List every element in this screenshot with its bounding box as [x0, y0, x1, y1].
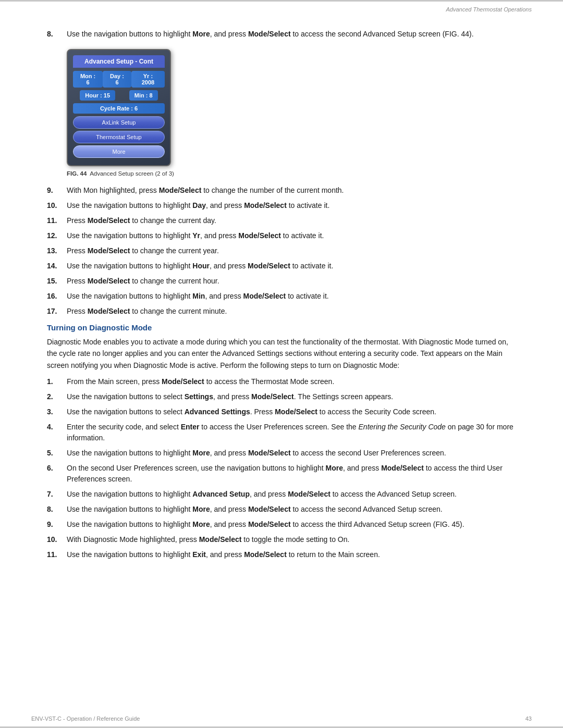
- sub-step-item: 8. Use the navigation buttons to highlig…: [47, 504, 516, 515]
- sub-step-item: 5. Use the navigation buttons to highlig…: [47, 448, 516, 459]
- step-text: Use the navigation buttons to highlight …: [67, 200, 516, 211]
- section-heading: Turning on Diagnostic Mode: [47, 323, 516, 332]
- step-item: 17. Press Mode/Select to change the curr…: [47, 306, 516, 317]
- sub-step-item: 2. Use the navigation buttons to select …: [47, 391, 516, 402]
- footer-right: 43: [525, 715, 532, 722]
- sub-step-text: Use the navigation buttons to select Set…: [67, 391, 516, 402]
- step-item: 16. Use the navigation buttons to highli…: [47, 291, 516, 302]
- sub-step-number: 7.: [47, 489, 67, 500]
- step-number: 12.: [47, 230, 67, 241]
- step-number: 9.: [47, 185, 67, 196]
- sub-step-item: 9. Use the navigation buttons to highlig…: [47, 519, 516, 530]
- page-content: 8. Use the navigation buttons to highlig…: [0, 0, 563, 596]
- step-number: 13.: [47, 245, 67, 256]
- footer-left: ENV-VST-C - Operation / Reference Guide: [31, 715, 140, 722]
- device-field-hour: Hour : 15: [80, 90, 115, 101]
- step-text: Press Mode/Select to change the current …: [67, 215, 516, 226]
- steps-middle: 9. With Mon highlighted, press Mode/Sele…: [47, 185, 516, 317]
- sub-step-text: Enter the security code, and select Ente…: [67, 422, 516, 443]
- sub-step-text: Use the navigation buttons to select Adv…: [67, 406, 516, 417]
- step-number-8: 8.: [47, 29, 67, 40]
- sub-step-number: 4.: [47, 422, 67, 443]
- device-row-1: Mon : 6 Day : 6 Yr : 2008: [73, 71, 165, 88]
- step-item: 12. Use the navigation buttons to highli…: [47, 230, 516, 241]
- step-text: Use the navigation buttons to highlight …: [67, 261, 516, 272]
- sub-step-text: Use the navigation buttons to highlight …: [67, 448, 516, 459]
- step-item: 15. Press Mode/Select to change the curr…: [47, 276, 516, 287]
- step-item: 9. With Mon highlighted, press Mode/Sele…: [47, 185, 516, 196]
- sub-step-item: 1. From the Main screen, press Mode/Sele…: [47, 376, 516, 387]
- step-text: Press Mode/Select to change the current …: [67, 245, 516, 256]
- sub-step-text: Use the navigation buttons to highlight …: [67, 489, 516, 500]
- step-text: Use the navigation buttons to highlight …: [67, 230, 516, 241]
- sub-step-text: With Diagnostic Mode highlighted, press …: [67, 534, 516, 545]
- step-item: 11. Press Mode/Select to change the curr…: [47, 215, 516, 226]
- step-number: 10.: [47, 200, 67, 211]
- fig-text: Advanced Setup screen (2 of 3): [90, 170, 174, 177]
- fig-number: 44: [80, 170, 87, 177]
- step-text: With Mon highlighted, press Mode/Select …: [67, 185, 516, 196]
- sub-step-item: 11. Use the navigation buttons to highli…: [47, 549, 516, 560]
- page-footer: ENV-VST-C - Operation / Reference Guide …: [31, 715, 532, 722]
- device-field-min: Min : 8: [129, 90, 158, 101]
- sub-step-text: Use the navigation buttons to highlight …: [67, 549, 516, 560]
- device-button-thermostat: Thermostat Setup: [73, 131, 165, 143]
- sub-step-number: 5.: [47, 448, 67, 459]
- device-button-more: More: [73, 145, 165, 158]
- step-text: Press Mode/Select to change the current …: [67, 276, 516, 287]
- device-field-yr: Yr : 2008: [131, 71, 165, 88]
- sub-step-item: 6. On the second User Preferences screen…: [47, 463, 516, 485]
- step-text: Press Mode/Select to change the current …: [67, 306, 516, 317]
- device-title: Advanced Setup - Cont: [73, 55, 165, 68]
- sub-step-number: 6.: [47, 463, 67, 485]
- sub-step-number: 3.: [47, 406, 67, 417]
- device-cycle-rate: Cycle Rate : 6: [73, 103, 165, 114]
- section-intro: Diagnostic Mode enables you to activate …: [47, 336, 516, 371]
- step-item: 14. Use the navigation buttons to highli…: [47, 261, 516, 272]
- section-steps: 1. From the Main screen, press Mode/Sele…: [47, 376, 516, 560]
- sub-step-text: On the second User Preferences screen, u…: [67, 463, 516, 485]
- sub-step-number: 8.: [47, 504, 67, 515]
- device-row-2: Hour : 15 Min : 8: [73, 90, 165, 101]
- step-text: Use the navigation buttons to highlight …: [67, 291, 516, 302]
- sub-step-item: 10. With Diagnostic Mode highlighted, pr…: [47, 534, 516, 545]
- step-8-before: 8. Use the navigation buttons to highlig…: [47, 29, 516, 40]
- sub-step-item: 7. Use the navigation buttons to highlig…: [47, 489, 516, 500]
- device-screen: Advanced Setup - Cont Mon : 6 Day : 6 Yr…: [67, 49, 171, 166]
- step-number: 16.: [47, 291, 67, 302]
- sub-step-item: 3. Use the navigation buttons to select …: [47, 406, 516, 417]
- device-field-mon: Mon : 6: [73, 71, 103, 88]
- sub-step-number: 10.: [47, 534, 67, 545]
- device-field-day: Day : 6: [103, 71, 131, 88]
- header-title: Advanced Thermostat Operations: [446, 6, 532, 13]
- step-number: 11.: [47, 215, 67, 226]
- step-item: 13. Press Mode/Select to change the curr…: [47, 245, 516, 256]
- device-button-axlink: AxLink Setup: [73, 116, 165, 129]
- device-image-container: Advanced Setup - Cont Mon : 6 Day : 6 Yr…: [67, 49, 516, 166]
- page-border-top: [0, 0, 563, 2]
- step-number: 15.: [47, 276, 67, 287]
- step-number: 14.: [47, 261, 67, 272]
- sub-step-number: 11.: [47, 549, 67, 560]
- sub-step-number: 1.: [47, 376, 67, 387]
- fig-caption: FIG. 44 Advanced Setup screen (2 of 3): [67, 170, 516, 177]
- sub-step-text: From the Main screen, press Mode/Select …: [67, 376, 516, 387]
- step-text-8: Use the navigation buttons to highlight …: [67, 29, 516, 40]
- step-number: 17.: [47, 306, 67, 317]
- sub-step-text: Use the navigation buttons to highlight …: [67, 519, 516, 530]
- sub-step-number: 2.: [47, 391, 67, 402]
- sub-step-text: Use the navigation buttons to highlight …: [67, 504, 516, 515]
- sub-step-number: 9.: [47, 519, 67, 530]
- sub-step-item: 4. Enter the security code, and select E…: [47, 422, 516, 443]
- page-header: Advanced Thermostat Operations: [446, 6, 532, 13]
- step-item: 10. Use the navigation buttons to highli…: [47, 200, 516, 211]
